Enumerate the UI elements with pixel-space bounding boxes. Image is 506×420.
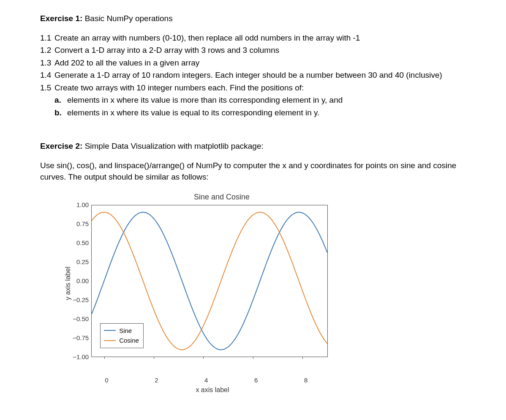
list-item-number: 1.3 [40, 57, 54, 69]
x-tick-label: 0 [105, 376, 108, 385]
list-item-text: Create two arrays with 10 integer number… [54, 82, 466, 120]
x-tick-label: 2 [155, 376, 158, 385]
exercise2-title: Exercise 2: Simple Data Visualization wi… [40, 140, 466, 152]
x-tick-mark [104, 357, 105, 359]
legend-line-cosine [104, 340, 116, 341]
legend-label-sine: Sine [119, 326, 132, 335]
legend-row-cosine: Cosine [104, 336, 139, 345]
list-item-number: 1.4 [40, 69, 54, 81]
list-item-text: Convert a 1-D array into a 2-D array wit… [54, 44, 466, 56]
sub-item-text: elements in x where its value is equal t… [67, 107, 466, 119]
legend-line-sine [104, 330, 116, 331]
sub-list: a.elements in x where its value is more … [54, 94, 466, 118]
sub-item-letter: a. [54, 94, 67, 106]
ex2-rest: Simple Data Visualization with matplotli… [82, 142, 263, 150]
x-tick-mark [203, 357, 204, 359]
chart-container: Sine and Cosine y axis label 1.000.750.5… [61, 191, 357, 395]
legend-row-sine: Sine [104, 326, 139, 335]
list-item-number: 1.2 [40, 44, 54, 56]
list-item-number: 1.1 [40, 32, 54, 44]
list-item-number: 1.5 [40, 82, 54, 120]
chart-area: y axis label 1.000.750.500.250.00−0.25−0… [61, 205, 357, 374]
list-item: 1.4Generate a 1-D array of 10 random int… [40, 69, 466, 81]
y-ticks: 1.000.750.500.250.00−0.25−0.50−0.75−1.00 [73, 205, 91, 357]
exercise2-paragraph: Use sin(), cos(), and linspace()/arrange… [40, 160, 466, 183]
list-item: 1.5Create two arrays with 10 integer num… [40, 82, 466, 120]
legend-label-cosine: Cosine [119, 336, 139, 345]
list-item-text: Add 202 to all the values in a given arr… [54, 57, 466, 69]
ex2-bold: Exercise 2: [40, 142, 82, 150]
x-tick-mark [154, 357, 154, 359]
legend-box: Sine Cosine [100, 323, 144, 349]
list-item-text: Generate a 1-D array of 10 random intege… [54, 69, 466, 81]
ex1-rest: Basic NumPy operations [82, 14, 172, 23]
x-tick-label: 8 [304, 376, 307, 385]
ex1-bold: Exercise 1: [40, 14, 82, 23]
x-tick-mark [253, 357, 253, 359]
sub-list-item: b.elements in x where its value is equal… [54, 107, 466, 119]
sub-item-letter: b. [54, 107, 67, 119]
x-tick-mark [302, 357, 303, 359]
plot-area: Sine Cosine [91, 205, 328, 357]
chart-title: Sine and Cosine [87, 191, 357, 202]
list-item: 1.3Add 202 to all the values in a given … [40, 57, 466, 69]
y-axis-label: y axis label [61, 267, 73, 300]
sub-list-item: a.elements in x where its value is more … [54, 94, 466, 106]
x-tick-label: 4 [204, 376, 208, 385]
list-item-text: Create an array with numbers (0-10), the… [54, 32, 466, 44]
x-ticks: 02468 [94, 374, 331, 384]
sub-item-text: elements in x where its value is more th… [67, 94, 466, 106]
x-tick-label: 6 [254, 376, 258, 385]
exercise1-title: Exercise 1: Basic NumPy operations [40, 13, 466, 25]
list-item: 1.1Create an array with numbers (0-10), … [40, 32, 466, 44]
exercise1-list: 1.1Create an array with numbers (0-10), … [40, 32, 466, 120]
list-item: 1.2Convert a 1-D array into a 2-D array … [40, 44, 466, 56]
x-axis-label: x axis label [94, 385, 331, 395]
